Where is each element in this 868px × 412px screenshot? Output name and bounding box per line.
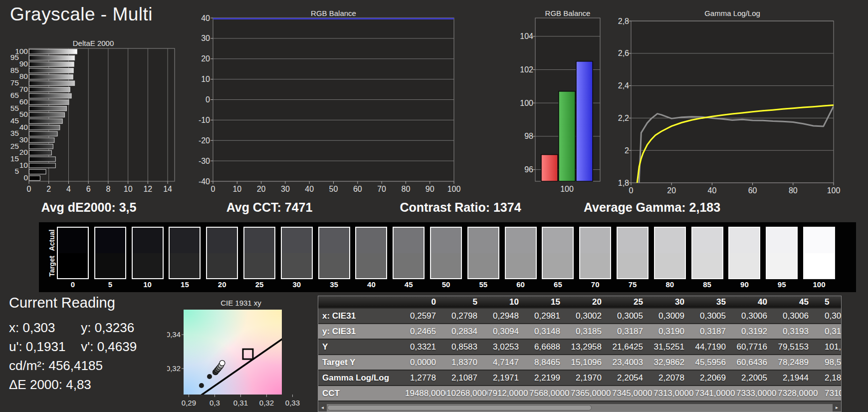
swatch-25-actual bbox=[244, 228, 274, 253]
current-reading-panel: Current Reading x: 0,303 y: 0,3236 u': 0… bbox=[9, 295, 137, 396]
swatch-label-80: 80 bbox=[654, 280, 686, 289]
table-cell: 15,1096 bbox=[570, 355, 612, 370]
swatch-80-target bbox=[655, 253, 685, 279]
swatch-50 bbox=[430, 227, 462, 279]
swatch-60-actual bbox=[506, 228, 536, 253]
table-cell: 0,3185 bbox=[570, 324, 612, 339]
svg-text:100: 100 bbox=[15, 47, 28, 55]
svg-text:60: 60 bbox=[748, 186, 757, 195]
svg-text:20: 20 bbox=[201, 54, 210, 63]
swatch-5 bbox=[94, 227, 126, 279]
table-cell: 13,2958 bbox=[570, 339, 612, 355]
table-row-label: Gamma Log/Log bbox=[318, 370, 405, 386]
table-cell: 1,8370 bbox=[446, 355, 487, 370]
table-cell: 2,1944 bbox=[777, 370, 819, 386]
table-cell: 0,2465 bbox=[405, 324, 446, 339]
table-cell: 3,0253 bbox=[487, 339, 529, 355]
table-cell: 0,3002 bbox=[570, 308, 612, 324]
swatch-label-10: 10 bbox=[132, 280, 164, 289]
table-horizontal-scrollbar[interactable]: ◄ ► bbox=[318, 404, 841, 412]
svg-text:50: 50 bbox=[329, 185, 338, 193]
table-row-2: Y0,33210,85833,02536,668813,295821,64253… bbox=[318, 339, 841, 355]
svg-text:4: 4 bbox=[66, 185, 71, 193]
svg-text:80: 80 bbox=[402, 185, 411, 193]
table-cell: 7313,0000 bbox=[653, 386, 694, 401]
swatch-45-actual bbox=[394, 228, 424, 253]
table-cell: 0,2597 bbox=[405, 308, 446, 324]
table-row-label: Target Y bbox=[318, 355, 405, 370]
table-col-header-30: 30 bbox=[653, 296, 694, 308]
swatch-30 bbox=[281, 227, 313, 279]
measurement-table-grid: 0510152025303540455x: CIE310,25970,27980… bbox=[318, 296, 841, 412]
swatch-30-target bbox=[282, 253, 312, 279]
swatch-label-30: 30 bbox=[281, 280, 313, 289]
svg-text:0: 0 bbox=[27, 185, 31, 193]
swatch-label-45: 45 bbox=[393, 280, 425, 289]
svg-text:40: 40 bbox=[19, 123, 28, 131]
gamma-log-log-chart: 2,82,62,42,221,8020406080100 bbox=[613, 8, 847, 197]
svg-text:0,33: 0,33 bbox=[285, 399, 300, 407]
swatch-75-target bbox=[618, 253, 648, 279]
svg-text:10: 10 bbox=[124, 185, 133, 193]
svg-text:20: 20 bbox=[257, 185, 266, 193]
scrollbar-right-arrow-icon[interactable]: ► bbox=[833, 404, 841, 412]
reading-row-uv: u': 0,1931 v': 0,4639 bbox=[9, 339, 137, 358]
table-corner-cell bbox=[318, 296, 405, 308]
svg-text:75: 75 bbox=[10, 78, 19, 87]
svg-text:70: 70 bbox=[377, 185, 386, 193]
swatch-85-actual bbox=[692, 228, 722, 253]
svg-text:80: 80 bbox=[19, 72, 28, 80]
table-cell: 32,9862 bbox=[653, 355, 694, 370]
swatch-label-35: 35 bbox=[318, 280, 350, 289]
swatch-label-40: 40 bbox=[355, 280, 387, 289]
table-cell: 0,0000 bbox=[405, 355, 446, 370]
swatch-row-label-target: Target bbox=[48, 249, 56, 284]
table-col-header-25: 25 bbox=[612, 296, 653, 308]
deltae-2000-chart: 0246810121405101520253035404550556065707… bbox=[4, 44, 178, 195]
svg-text:70: 70 bbox=[19, 85, 28, 93]
swatch-10 bbox=[132, 227, 164, 279]
svg-text:2: 2 bbox=[46, 185, 51, 193]
svg-text:12: 12 bbox=[143, 185, 152, 193]
svg-text:0,32: 0,32 bbox=[167, 364, 181, 373]
swatch-label-25: 25 bbox=[243, 280, 275, 289]
svg-text:8: 8 bbox=[106, 185, 110, 193]
table-row-label: y: CIE31 bbox=[318, 324, 405, 339]
svg-text:80: 80 bbox=[789, 186, 798, 195]
swatch-50-target bbox=[431, 253, 461, 279]
scrollbar-thumb[interactable] bbox=[327, 405, 592, 411]
svg-text:0: 0 bbox=[23, 173, 28, 182]
svg-text:98: 98 bbox=[524, 132, 533, 140]
svg-text:30: 30 bbox=[281, 185, 290, 193]
svg-text:60: 60 bbox=[19, 97, 28, 106]
svg-text:0: 0 bbox=[629, 186, 634, 195]
swatch-label-95: 95 bbox=[766, 280, 798, 289]
svg-text:20: 20 bbox=[19, 148, 28, 156]
swatch-70-target bbox=[580, 253, 610, 279]
swatch-label-55: 55 bbox=[467, 280, 499, 289]
swatch-85 bbox=[691, 227, 723, 279]
table-col-header-5: 5 bbox=[819, 296, 841, 308]
swatch-50-actual bbox=[431, 228, 461, 253]
table-cell: 2,2199 bbox=[529, 370, 570, 386]
reading-u-prime: u': 0,1931 bbox=[9, 339, 77, 355]
svg-text:6: 6 bbox=[86, 185, 91, 193]
table-cell: 7333,0000 bbox=[736, 386, 777, 401]
grayscale-swatch-strip: Actual Target 05101520253035404550556065… bbox=[39, 222, 856, 292]
table-row-1: y: CIE310,24650,28340,30940,31480,31850,… bbox=[318, 324, 841, 339]
table-cell: 21,6425 bbox=[612, 339, 653, 355]
swatch-label-90: 90 bbox=[728, 280, 760, 289]
table-col-header-15: 15 bbox=[529, 296, 570, 308]
svg-text:50: 50 bbox=[19, 110, 28, 118]
table-col-header-20: 20 bbox=[570, 296, 612, 308]
stat-average-gamma: Average Gamma: 2,183 bbox=[584, 200, 720, 215]
svg-text:0: 0 bbox=[211, 185, 216, 193]
reading-v-prime: v': 0,4639 bbox=[81, 339, 137, 354]
swatch-label-60: 60 bbox=[505, 280, 537, 289]
table-cell: 0,300 bbox=[819, 308, 841, 324]
table-cell: 60,6436 bbox=[736, 355, 777, 370]
stat-avg-de2000: Avg dE2000: 3,5 bbox=[41, 200, 137, 215]
scrollbar-left-arrow-icon[interactable]: ◄ bbox=[318, 404, 327, 412]
table-cell: 0,2981 bbox=[529, 308, 570, 324]
swatch-0-target bbox=[58, 253, 88, 279]
